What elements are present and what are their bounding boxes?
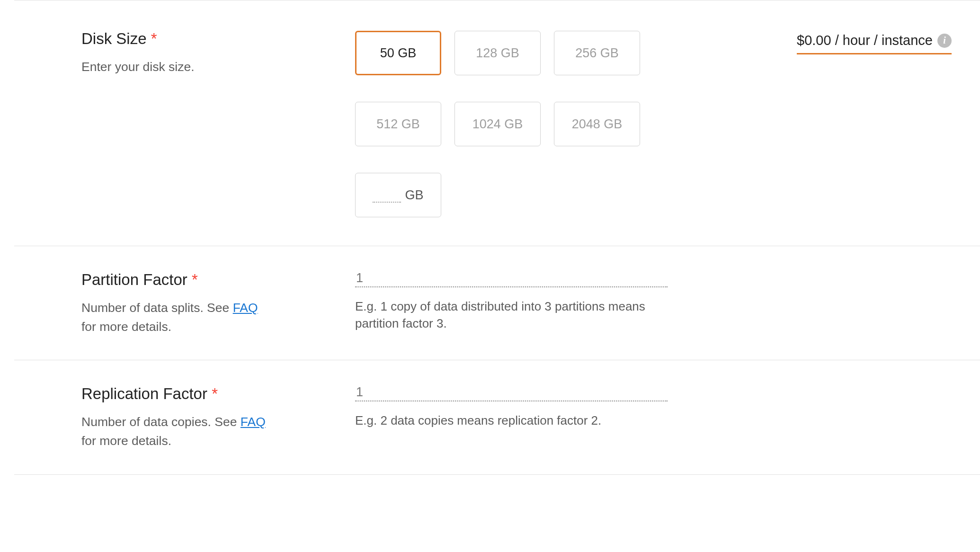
replication-label-col: Replication Factor * Number of data copi…	[14, 384, 289, 450]
partition-title-text: Partition Factor	[81, 271, 187, 288]
disk-size-title-text: Disk Size	[81, 30, 147, 47]
disk-size-desc: Enter your disk size.	[81, 58, 270, 77]
partition-input-wrap: E.g. 1 copy of data distributed into 3 p…	[289, 270, 668, 332]
replication-desc-prefix: Number of data copies. See	[81, 415, 241, 429]
partition-factor-input[interactable]	[355, 270, 668, 287]
disk-option-256gb[interactable]: 256 GB	[554, 31, 640, 75]
replication-desc-suffix: for more details.	[81, 434, 171, 448]
disk-option-50gb[interactable]: 50 GB	[355, 31, 441, 75]
page: Disk Size * Enter your disk size. 50 GB …	[14, 0, 980, 552]
disk-option-label: 2048 GB	[572, 117, 623, 132]
partition-right-col	[715, 270, 980, 336]
disk-option-128gb[interactable]: 128 GB	[454, 31, 541, 75]
replication-factor-section: Replication Factor * Number of data copi…	[14, 360, 980, 474]
partition-desc-suffix: for more details.	[81, 320, 171, 334]
replication-input-wrap: E.g. 2 data copies means replication fac…	[289, 384, 668, 429]
replication-title-text: Replication Factor	[81, 385, 207, 402]
required-marker: *	[212, 385, 218, 402]
disk-option-label: 256 GB	[575, 46, 619, 61]
disk-option-label: 128 GB	[476, 46, 519, 61]
disk-option-label: 1024 GB	[472, 117, 523, 132]
partition-desc: Number of data splits. See FAQ for more …	[81, 299, 270, 337]
replication-factor-input[interactable]	[355, 384, 668, 401]
partition-factor-section: Partition Factor * Number of data splits…	[14, 246, 980, 360]
disk-size-options-col: 50 GB 128 GB 256 GB 512 GB 1024 GB 2048 …	[289, 29, 715, 217]
disk-option-custom[interactable]: GB	[355, 173, 441, 217]
disk-option-512gb[interactable]: 512 GB	[355, 102, 441, 146]
partition-helper-text: E.g. 1 copy of data distributed into 3 p…	[355, 298, 668, 332]
disk-option-label: 512 GB	[376, 117, 420, 132]
disk-custom-input[interactable]	[373, 188, 401, 203]
disk-option-2048gb[interactable]: 2048 GB	[554, 102, 640, 146]
replication-desc: Number of data copies. See FAQ for more …	[81, 413, 270, 451]
disk-size-grid: 50 GB 128 GB 256 GB 512 GB 1024 GB 2048 …	[289, 29, 715, 217]
disk-price-col: $0.00 / hour / instance i	[715, 29, 980, 217]
required-marker: *	[192, 271, 198, 288]
disk-size-label-col: Disk Size * Enter your disk size.	[14, 29, 289, 217]
disk-size-section: Disk Size * Enter your disk size. 50 GB …	[14, 0, 980, 246]
disk-price-text: $0.00 / hour / instance	[797, 33, 933, 48]
replication-title: Replication Factor *	[81, 384, 270, 404]
replication-input-col: E.g. 2 data copies means replication fac…	[289, 384, 715, 450]
partition-title: Partition Factor *	[81, 270, 270, 290]
disk-custom-suffix: GB	[405, 188, 423, 203]
replication-helper-text: E.g. 2 data copies means replication fac…	[355, 412, 668, 429]
disk-size-title: Disk Size *	[81, 29, 270, 49]
replication-faq-link[interactable]: FAQ	[241, 415, 266, 429]
disk-price-block: $0.00 / hour / instance i	[797, 29, 952, 54]
disk-option-1024gb[interactable]: 1024 GB	[454, 102, 541, 146]
partition-faq-link[interactable]: FAQ	[233, 301, 258, 315]
required-marker: *	[151, 30, 157, 47]
info-icon[interactable]: i	[937, 34, 952, 48]
disk-option-label: 50 GB	[380, 46, 417, 61]
replication-right-col	[715, 384, 980, 450]
partition-input-col: E.g. 1 copy of data distributed into 3 p…	[289, 270, 715, 336]
partition-desc-prefix: Number of data splits. See	[81, 301, 233, 315]
partition-label-col: Partition Factor * Number of data splits…	[14, 270, 289, 336]
